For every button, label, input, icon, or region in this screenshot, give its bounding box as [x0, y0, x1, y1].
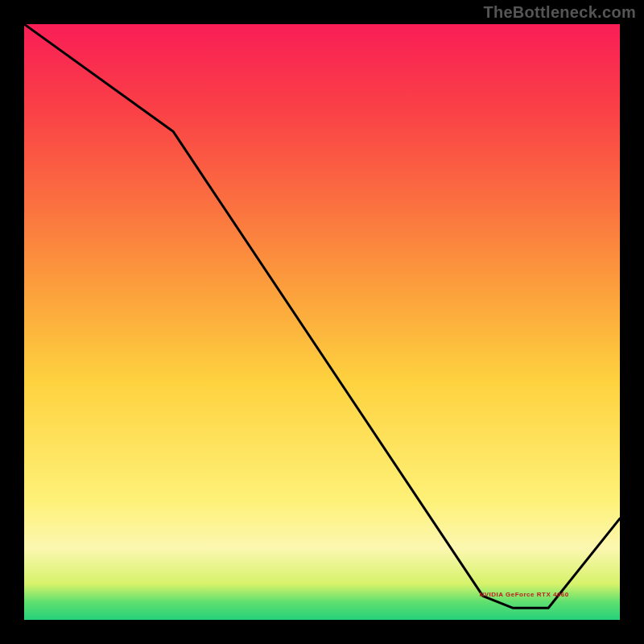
watermark-text: TheBottleneck.com [483, 3, 636, 22]
chart-svg [24, 24, 620, 620]
gradient-background [24, 24, 620, 620]
chart-frame: TheBottleneck.com NVIDIA GeForce RTX 406… [0, 0, 644, 644]
plot-area: NVIDIA GeForce RTX 4060 [24, 24, 620, 620]
marker-label: NVIDIA GeForce RTX 4060 [480, 591, 569, 598]
